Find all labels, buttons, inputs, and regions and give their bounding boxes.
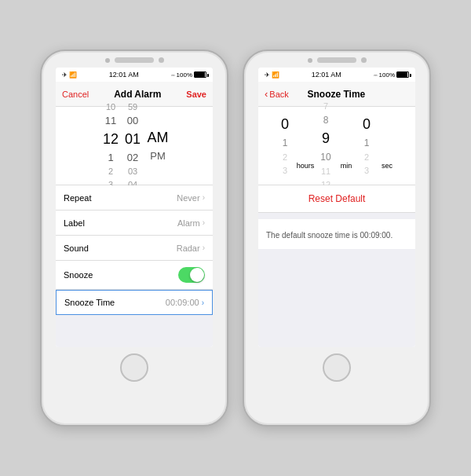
phone-2: ✈ 📶 12:01 AM ⎓ 100% ‹ Back Snooze Time bbox=[243, 49, 431, 427]
ampm-column[interactable]: AM PM bbox=[147, 127, 169, 164]
repeat-value: Never › bbox=[177, 193, 205, 203]
speaker-dot-1 bbox=[105, 58, 110, 63]
wifi-icon-2: 📶 bbox=[272, 71, 279, 79]
dur-min-col[interactable]: 7 8 9 10 11 12 bbox=[316, 100, 335, 191]
sound-row[interactable]: Sound Radar › bbox=[56, 236, 213, 261]
sound-chevron: › bbox=[203, 243, 205, 252]
dur-min-label-col: min bbox=[337, 123, 356, 170]
time-picker[interactable]: 10 11 12 1 2 3 59 00 01 02 03 04 bbox=[56, 107, 213, 185]
nav-title-2: Snooze Time bbox=[308, 89, 366, 100]
moon-icon-2: ⎓ bbox=[374, 71, 378, 79]
battery-icon-2 bbox=[396, 71, 409, 78]
airplane-icon-2: ✈ bbox=[265, 71, 270, 79]
min-label: min bbox=[341, 162, 352, 170]
dur-m-11: 11 bbox=[321, 165, 330, 178]
snooze-row[interactable]: Snooze bbox=[56, 261, 213, 290]
dur-s-2: 2 bbox=[364, 151, 369, 164]
sound-label: Sound bbox=[64, 243, 89, 253]
repeat-chevron: › bbox=[203, 193, 205, 202]
battery-percent-2: 100% bbox=[379, 71, 395, 79]
nav-title-1: Add Alarm bbox=[114, 89, 161, 100]
snooze-time-row[interactable]: Snooze Time 00:09:00 › bbox=[56, 290, 213, 315]
label-chevron: › bbox=[203, 218, 205, 227]
repeat-value-text: Never bbox=[177, 193, 199, 203]
save-button[interactable]: Save bbox=[186, 90, 206, 99]
toggle-thumb bbox=[190, 268, 204, 282]
repeat-row[interactable]: Repeat Never › bbox=[56, 185, 213, 211]
min-59: 59 bbox=[128, 101, 137, 114]
status-bar-1: ✈ 📶 12:01 AM ⎓ 100% bbox=[56, 68, 213, 82]
minutes-column[interactable]: 59 00 01 02 03 04 bbox=[122, 101, 144, 192]
battery-label-1: ⎓ bbox=[171, 71, 175, 79]
home-button-2[interactable] bbox=[323, 353, 351, 382]
status-left-1: ✈ 📶 bbox=[62, 71, 77, 79]
camera-dot-2 bbox=[361, 57, 367, 63]
back-label[interactable]: Back bbox=[269, 90, 288, 99]
airplane-icon-1: ✈ bbox=[62, 71, 68, 79]
hour-11: 11 bbox=[105, 113, 116, 129]
reset-button-container[interactable]: Reset Default bbox=[258, 185, 415, 213]
reset-button[interactable]: Reset Default bbox=[309, 193, 366, 204]
top-bar-1 bbox=[42, 51, 227, 63]
back-button[interactable]: ‹ Back bbox=[265, 89, 289, 99]
camera-dot-1 bbox=[159, 57, 164, 63]
dur-s-1: 1 bbox=[364, 136, 370, 151]
status-left-2: ✈ 📶 bbox=[265, 71, 279, 79]
speaker-dot-2 bbox=[308, 58, 312, 63]
min-01: 01 bbox=[125, 129, 141, 150]
min-00: 00 bbox=[127, 113, 138, 129]
cancel-button[interactable]: Cancel bbox=[62, 90, 89, 99]
label-value-text: Alarm bbox=[177, 218, 200, 228]
hour-1: 1 bbox=[108, 150, 113, 166]
screen-1: ✈ 📶 12:01 AM ⎓ 100% Cancel Add Alarm Sav… bbox=[56, 68, 213, 347]
repeat-label: Repeat bbox=[64, 193, 91, 203]
battery-percent-1: 100% bbox=[177, 71, 192, 79]
dur-s-0: 0 bbox=[363, 114, 371, 136]
duration-picker[interactable]: 0 1 2 3 hours 7 8 9 10 11 12 bbox=[258, 107, 415, 185]
label-value: Alarm › bbox=[177, 218, 205, 228]
hour-12: 12 bbox=[103, 129, 119, 150]
settings-list: Repeat Never › Label Alarm › bbox=[56, 185, 213, 347]
label-row[interactable]: Label Alarm › bbox=[56, 211, 213, 236]
dur-m-7: 7 bbox=[323, 100, 328, 113]
top-bar-2 bbox=[244, 51, 429, 63]
battery-icon-1 bbox=[194, 71, 206, 78]
spacer bbox=[258, 213, 415, 219]
snooze-time-chevron: › bbox=[202, 298, 204, 307]
hour-2: 2 bbox=[108, 165, 113, 178]
snooze-time-text: 00:09:00 bbox=[166, 298, 199, 307]
time-1: 12:01 AM bbox=[109, 71, 139, 79]
wifi-icon-1: 📶 bbox=[69, 71, 77, 79]
dur-m-10: 10 bbox=[320, 150, 330, 165]
settings-group-1: Repeat Never › Label Alarm › bbox=[56, 185, 213, 315]
ampm-pm: PM bbox=[150, 148, 166, 164]
hours-column[interactable]: 10 11 12 1 2 3 bbox=[100, 101, 122, 192]
hour-10: 10 bbox=[106, 101, 115, 114]
snooze-toggle[interactable] bbox=[178, 267, 205, 283]
time-2: 12:01 AM bbox=[312, 71, 341, 79]
phones-container: ✈ 📶 12:01 AM ⎓ 100% Cancel Add Alarm Sav… bbox=[40, 49, 431, 427]
nav-bar-2: ‹ Back Snooze Time bbox=[258, 82, 415, 107]
dur-m-8: 8 bbox=[323, 113, 329, 128]
dur-sec-col[interactable]: 0 1 2 3 bbox=[357, 114, 376, 178]
snooze-time-label: Snooze Time bbox=[64, 298, 115, 307]
screen-2: ✈ 📶 12:01 AM ⎓ 100% ‹ Back Snooze Time bbox=[258, 68, 415, 347]
speaker-grille-1 bbox=[115, 57, 154, 63]
status-bar-2: ✈ 📶 12:01 AM ⎓ 100% bbox=[258, 68, 415, 82]
min-03: 03 bbox=[128, 165, 137, 178]
dur-h-2: 2 bbox=[283, 151, 287, 164]
sound-value-text: Radar bbox=[177, 243, 200, 253]
sec-label: sec bbox=[382, 162, 392, 170]
snooze-time-value: 00:09:00 › bbox=[166, 298, 204, 307]
dur-s-3: 3 bbox=[364, 164, 369, 178]
home-button-1[interactable] bbox=[120, 353, 148, 382]
reset-section: Reset Default The default snooze time is… bbox=[258, 185, 415, 347]
info-text: The default snooze time is 00:09:00. bbox=[266, 231, 392, 240]
status-right-2: ⎓ 100% bbox=[374, 71, 409, 79]
ampm-am: AM bbox=[148, 127, 169, 148]
dur-hours-label-col: hours bbox=[296, 123, 315, 170]
min-02: 02 bbox=[127, 150, 138, 166]
speaker-grille-2 bbox=[317, 57, 356, 63]
snooze-label: Snooze bbox=[64, 270, 93, 280]
dur-hours-col[interactable]: 0 1 2 3 bbox=[276, 114, 294, 178]
